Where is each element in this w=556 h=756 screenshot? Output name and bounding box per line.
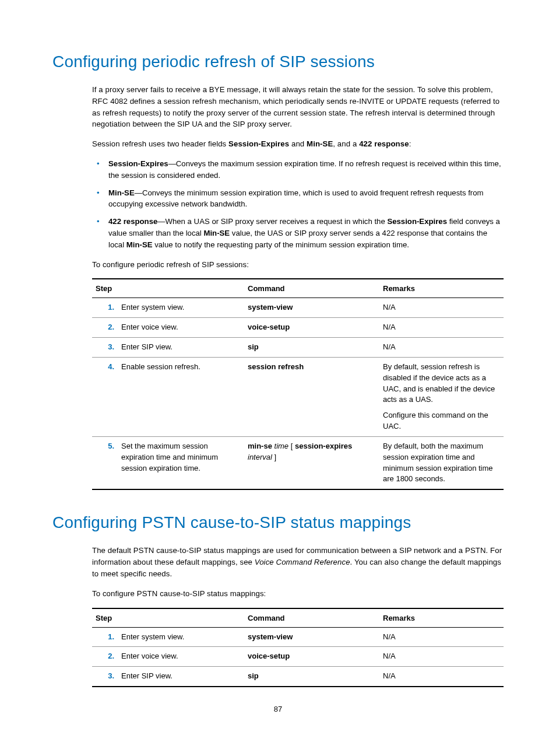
col-step: Step	[92, 279, 244, 298]
command-cell: session refresh	[244, 357, 379, 436]
command: sip	[248, 342, 259, 351]
term-min-se: Min-SE	[307, 139, 333, 148]
step-desc: Enter voice view.	[118, 647, 244, 667]
header-fields-paragraph: Session refresh uses two header fields S…	[92, 138, 504, 150]
command-cell: sip	[244, 667, 379, 687]
command: voice-setup	[248, 652, 290, 660]
intro-paragraph: The default PSTN cause-to-SIP status map…	[92, 545, 504, 579]
section1-body: If a proxy server fails to receive a BYE…	[92, 84, 504, 490]
text: Session refresh uses two header fields	[92, 139, 228, 148]
command: system-view	[248, 632, 293, 641]
table-row: 3. Enter SIP view. sip N/A	[92, 338, 504, 358]
term-session-expires: Session-Expires	[228, 139, 289, 148]
text: and	[289, 139, 307, 148]
table-header-row: Step Command Remarks	[92, 608, 504, 628]
command: session refresh	[248, 362, 304, 371]
remarks-cell: N/A	[379, 338, 504, 358]
steps-table-sip: Step Command Remarks 1. Enter system vie…	[92, 278, 504, 490]
term-422-response: 422 response	[108, 217, 157, 226]
table-row: 5. Set the maximum session expiration ti…	[92, 436, 504, 489]
table-row: 2. Enter voice view. voice-setup N/A	[92, 318, 504, 338]
table-row: 2. Enter voice view. voice-setup N/A	[92, 647, 504, 667]
col-remarks: Remarks	[379, 279, 504, 298]
command-keyword: min-se	[248, 442, 272, 450]
step-number: 3.	[92, 338, 118, 358]
command-arg: interval	[248, 453, 275, 461]
col-step: Step	[92, 608, 244, 628]
command-cell: system-view	[244, 298, 379, 318]
heading-pstn-mappings: Configuring PSTN cause-to-SIP status map…	[52, 513, 504, 532]
term-session-expires: Session-Expires	[387, 217, 447, 226]
text: :	[409, 139, 411, 148]
command-cell: voice-setup	[244, 318, 379, 338]
step-number: 1.	[92, 627, 118, 647]
table-row: 3. Enter SIP view. sip N/A	[92, 667, 504, 687]
step-number: 3.	[92, 667, 118, 687]
text: —When a UAS or SIP proxy server receives…	[157, 217, 387, 226]
col-command: Command	[244, 608, 379, 628]
definition-list: Session-Expires—Conveys the maximum sess…	[92, 158, 504, 251]
definition-text: —Conveys the minimum session expiration …	[108, 188, 484, 209]
remarks-cell: N/A	[379, 667, 504, 687]
step-number: 2.	[92, 647, 118, 667]
command-cell: min-se time [ session-expires interval ]	[244, 436, 379, 489]
command: voice-setup	[248, 323, 290, 331]
list-item: Min-SE—Conveys the minimum session expir…	[92, 187, 504, 211]
step-desc: Enable session refresh.	[118, 357, 244, 436]
step-number: 5.	[92, 436, 118, 489]
table-row: 1. Enter system view. system-view N/A	[92, 627, 504, 647]
col-remarks: Remarks	[379, 608, 504, 628]
procedure-lead: To configure periodic refresh of SIP ses…	[92, 259, 504, 271]
step-desc: Enter system view.	[118, 298, 244, 318]
command-cell: voice-setup	[244, 647, 379, 667]
table-row: 1. Enter system view. system-view N/A	[92, 298, 504, 318]
steps-table-pstn: Step Command Remarks 1. Enter system vie…	[92, 608, 504, 688]
command-text: ]	[275, 453, 277, 461]
command-text: [	[291, 442, 295, 450]
list-item: 422 response—When a UAS or SIP proxy ser…	[92, 216, 504, 250]
command-keyword: session-expires	[295, 442, 352, 450]
intro-paragraph: If a proxy server fails to receive a BYE…	[92, 84, 504, 130]
command: system-view	[248, 303, 293, 312]
term-min-se: Min-SE	[108, 188, 135, 197]
step-desc: Enter SIP view.	[118, 338, 244, 358]
reference-title: Voice Command Reference	[255, 558, 350, 566]
section2-body: The default PSTN cause-to-SIP status map…	[92, 545, 504, 687]
term-422-response: 422 response	[359, 139, 409, 148]
step-desc: Set the maximum session expiration time …	[118, 436, 244, 489]
command: sip	[248, 671, 259, 680]
text: value to notify the requesting party of …	[153, 240, 410, 249]
step-desc: Enter SIP view.	[118, 667, 244, 687]
page-number: 87	[52, 705, 504, 713]
procedure-lead: To configure PSTN cause-to-SIP status ma…	[92, 588, 504, 600]
document-page: Configuring periodic refresh of SIP sess…	[0, 0, 556, 737]
command-arg: time	[272, 442, 291, 450]
heading-sip-refresh: Configuring periodic refresh of SIP sess…	[52, 52, 504, 71]
command-cell: system-view	[244, 627, 379, 647]
list-item: Session-Expires—Conveys the maximum sess…	[92, 158, 504, 181]
remarks-cell: N/A	[379, 318, 504, 338]
step-number: 4.	[92, 357, 118, 436]
term-min-se: Min-SE	[203, 229, 230, 237]
remarks-cell: N/A	[379, 298, 504, 318]
remarks-cell: By default, both the maximum session exp…	[379, 436, 504, 489]
step-desc: Enter system view.	[118, 627, 244, 647]
step-desc: Enter voice view.	[118, 318, 244, 338]
text: , and a	[333, 139, 359, 148]
table-header-row: Step Command Remarks	[92, 279, 504, 298]
remarks-cell: N/A	[379, 627, 504, 647]
remarks-cell: By default, session refresh is disabled …	[379, 357, 504, 436]
table-row: 4. Enable session refresh. session refre…	[92, 357, 504, 436]
command-cell: sip	[244, 338, 379, 358]
col-command: Command	[244, 279, 379, 298]
remarks-line: Configure this command on the UAC.	[383, 410, 500, 432]
remarks-cell: N/A	[379, 647, 504, 667]
term-session-expires: Session-Expires	[108, 159, 168, 168]
step-number: 2.	[92, 318, 118, 338]
remarks-line: By default, session refresh is disabled …	[383, 362, 500, 405]
step-number: 1.	[92, 298, 118, 318]
term-min-se: Min-SE	[126, 240, 153, 249]
